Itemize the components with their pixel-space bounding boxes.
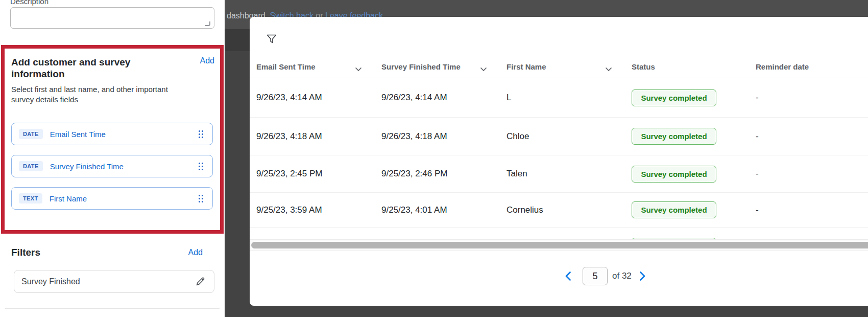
filter-item-label: Survey Finished xyxy=(21,277,80,286)
status-badge: Survey completed xyxy=(632,201,716,218)
field-chip-label: Survey Finished Time xyxy=(50,162,124,171)
data-preview-modal: Email Sent Time Survey Finished Time Fir… xyxy=(250,17,868,306)
column-header-email-sent-time[interactable]: Email Sent Time xyxy=(256,62,381,71)
textarea-resize-grip-icon[interactable] xyxy=(205,21,210,26)
table-row: 9/25/23, 3:59 AM 9/25/23, 4:01 AM Cornel… xyxy=(250,193,868,228)
column-header-status: Status xyxy=(632,62,756,71)
section-subtitle: Select first and last name, and other im… xyxy=(11,84,191,105)
table-row: 9/26/23, 4:18 AM 9/26/23, 4:18 AM Chloe … xyxy=(250,118,868,155)
pagination: of 32 xyxy=(565,267,646,285)
page-number-input[interactable] xyxy=(583,267,608,285)
cell-survey-finished: 9/25/23, 2:46 PM xyxy=(381,169,507,179)
chevron-down-icon[interactable] xyxy=(355,64,362,73)
table-row: 9/25/23, 2:45 PM 9/25/23, 2:46 PM Talen … xyxy=(250,155,868,193)
column-header-reminder-date: Reminder date xyxy=(756,62,868,71)
chevron-right-icon xyxy=(639,271,646,281)
edit-filter-button[interactable] xyxy=(195,276,206,287)
settings-sidebar: Description Add customer and survey info… xyxy=(0,0,225,317)
field-chip-email-sent-time[interactable]: DATE Email Sent Time xyxy=(11,123,213,145)
filters-section-title: Filters xyxy=(11,247,40,258)
add-filter-button[interactable]: Add xyxy=(188,248,203,257)
cell-first-name: L xyxy=(507,93,632,103)
section-title: Add customer and survey information xyxy=(11,56,145,80)
chevron-left-icon xyxy=(565,271,571,281)
table-row-partial: Survey completed xyxy=(250,228,868,239)
cell-email-sent: 9/26/23, 4:18 AM xyxy=(256,131,381,142)
status-badge: Survey completed xyxy=(632,89,716,106)
previous-page-button[interactable] xyxy=(565,271,571,281)
cell-email-sent: 9/25/23, 3:59 AM xyxy=(256,205,381,215)
description-label: Description xyxy=(10,0,49,6)
field-chip-first-name[interactable]: TEXT First Name xyxy=(11,187,213,210)
filter-funnel-button[interactable] xyxy=(264,31,279,47)
cell-first-name: Cornelius xyxy=(507,205,632,215)
table-header-row: Email Sent Time Survey Finished Time Fir… xyxy=(250,56,868,78)
status-badge: Survey completed xyxy=(632,128,716,145)
cell-first-name: Chloe xyxy=(507,131,632,142)
page-count-label: of 32 xyxy=(612,271,632,281)
horizontal-scrollbar-track xyxy=(250,239,868,251)
field-type-badge: DATE xyxy=(19,129,43,139)
field-type-badge: DATE xyxy=(19,161,43,171)
cell-reminder-date: - xyxy=(756,169,868,179)
horizontal-scrollbar-thumb[interactable] xyxy=(251,242,868,248)
funnel-icon xyxy=(267,34,277,44)
cell-reminder-date: - xyxy=(756,93,868,103)
cell-survey-finished: 9/25/23, 4:01 AM xyxy=(381,205,507,215)
filter-item-survey-finished: Survey Finished xyxy=(14,270,214,293)
cell-survey-finished: 9/26/23, 4:14 AM xyxy=(381,93,507,103)
table-row: 9/26/23, 4:14 AM 9/26/23, 4:14 AM L Surv… xyxy=(250,78,868,118)
cell-first-name: Talen xyxy=(507,169,632,179)
cell-reminder-date: - xyxy=(756,205,868,215)
sidebar-divider xyxy=(5,308,220,309)
next-page-button[interactable] xyxy=(639,271,646,281)
description-input[interactable] xyxy=(10,7,214,29)
cell-reminder-date: - xyxy=(756,131,868,142)
column-header-survey-finished-time[interactable]: Survey Finished Time xyxy=(381,62,507,71)
chevron-down-icon[interactable] xyxy=(605,64,612,73)
column-header-first-name[interactable]: First Name xyxy=(507,62,632,71)
cell-email-sent: 9/26/23, 4:14 AM xyxy=(256,93,381,103)
chevron-down-icon[interactable] xyxy=(480,64,487,73)
drag-handle-icon[interactable] xyxy=(198,162,204,170)
field-chip-label: First Name xyxy=(50,194,87,203)
cell-email-sent: 9/25/23, 2:45 PM xyxy=(256,169,381,179)
field-type-badge: TEXT xyxy=(19,193,42,203)
field-chip-survey-finished-time[interactable]: DATE Survey Finished Time xyxy=(11,155,213,177)
pencil-icon xyxy=(195,276,206,287)
field-chip-label: Email Sent Time xyxy=(50,130,106,139)
drag-handle-icon[interactable] xyxy=(198,130,204,138)
add-field-button[interactable]: Add xyxy=(200,56,214,80)
customer-survey-info-section: Add customer and survey information Add … xyxy=(1,45,224,234)
cell-survey-finished: 9/26/23, 4:18 AM xyxy=(381,131,507,142)
status-badge: Survey completed xyxy=(632,166,716,183)
drag-handle-icon[interactable] xyxy=(198,194,204,202)
